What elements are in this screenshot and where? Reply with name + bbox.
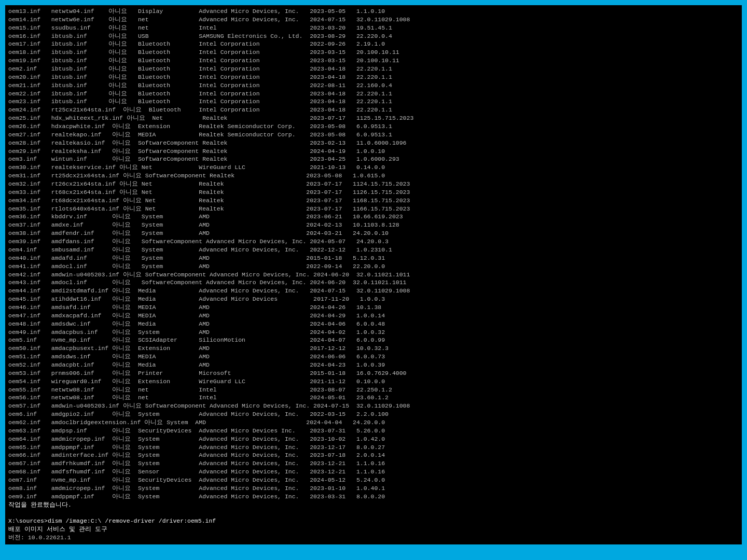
table-row: oem67.inf amdfrhkumdf.inf 아니요 System Adv… [8, 459, 739, 468]
table-row: oem63.inf amdpsp.inf 아니요 SecurityDevices… [8, 427, 739, 435]
table-row: oem48.inf amdsdwc.inf 아니요 Media AMD 2024… [8, 320, 739, 328]
table-row: oem37.inf amdxe.inf 아니요 System AMD 2024-… [8, 221, 739, 229]
table-row: oem28.inf realtekasio.inf 아니요 SoftwareCo… [8, 139, 739, 147]
table-row: oem44.inf amdi2stdmafd.inf 아니요 Media Adv… [8, 287, 739, 295]
table-row: oem25.inf hdx_whiteext_rtk.inf 아니요 Net R… [8, 114, 739, 122]
table-row: oem15.inf ssudbus.inf 아니요 net Intel 2023… [8, 24, 739, 32]
table-row: oem52.inf amdacpbt.inf 아니요 Media AMD 202… [8, 361, 739, 369]
table-row: oem39.inf amdfdans.inf 아니요 SoftwareCompo… [8, 237, 739, 246]
table-row: oem34.inf rt68dcx21x64sta.inf 아니요 Net Re… [8, 197, 739, 205]
table-row: oem62.inf amdoclbridgeextension.inf 아니요 … [8, 418, 739, 427]
table-row: oem43.inf amdocl.inf 아니요 SoftwareCompone… [8, 278, 739, 287]
table-row: oem66.inf amdinterface.inf 아니요 System Ad… [8, 451, 739, 459]
table-row: oem31.inf rt25dcx21x64sta.inf 아니요 Softwa… [8, 172, 739, 180]
table-row: oem4.inf smbusamd.inf 아니요 System Advance… [8, 246, 739, 254]
table-row: oem36.inf kbddrv.inf 아니요 System AMD 2023… [8, 213, 739, 221]
table-row: oem38.inf amdfendr.inf 아니요 System AMD 20… [8, 229, 739, 237]
table-row: oem33.inf rt68cx21x64sta.inf 아니요 Net Rea… [8, 188, 739, 197]
dism-header: 배포 이미지 서비스 및 관리 도구 [8, 525, 739, 534]
table-row: oem16.inf ibtusb.inf 아니요 USB SAMSUNG Ele… [8, 32, 739, 40]
table-row: oem57.inf amdwin-u0405203.inf 아니요 Softwa… [8, 402, 739, 410]
table-row: oem53.inf prnms006.inf 아니요 Printer Micro… [8, 369, 739, 377]
table-row: oem46.inf amdsafd.inf 아니요 MEDIA AMD 2024… [8, 303, 739, 312]
table-row: oem29.inf realteksha.inf 아니요 SoftwareCom… [8, 147, 739, 156]
table-row: oem3.inf wintun.inf 아니요 SoftwareComponen… [8, 155, 739, 163]
command-line: X:\sources>dism /image:C:\ /remove-drive… [8, 517, 739, 525]
table-row: oem64.inf amdmicropep.inf 아니요 System Adv… [8, 435, 739, 443]
table-row: oem24.inf rt25cx21x64sta.inf 아니요 Bluetoo… [8, 106, 739, 114]
table-row: oem50.inf amdacpbusext.inf 아니요 Extension… [8, 344, 739, 353]
table-row: oem14.inf netwtw6e.inf 아니요 net Advanced … [8, 16, 739, 24]
table-row: oem65.inf amdppmpf.inf 아니요 System Advanc… [8, 443, 739, 452]
table-row: oem47.inf amdxacpafd.inf 아니요 MEDIA AMD 2… [8, 312, 739, 320]
terminal-window: oem13.inf netwtw04.inf 아니요 Display Advan… [5, 5, 742, 544]
table-row: oem21.inf ibtusb.inf 아니요 Bluetooth Intel… [8, 81, 739, 90]
table-row: oem2.inf ibtusb.inf 아니요 Bluetooth Intel … [8, 65, 739, 73]
table-row: oem45.inf atihddwt16.inf 아니요 Media Advan… [8, 295, 739, 303]
table-row: oem6.inf amdgpio2.inf 아니요 System Advance… [8, 410, 739, 418]
table-row: oem51.inf amdsdws.inf 아니요 MEDIA AMD 2024… [8, 353, 739, 361]
table-row: oem55.inf netwtw08.inf 아니요 net Intel 202… [8, 386, 739, 394]
table-row: oem27.inf realtekapo.inf 아니요 MEDIA Realt… [8, 131, 739, 139]
table-row: oem49.inf amdacpbus.inf 아니요 System AMD 2… [8, 328, 739, 337]
table-row: oem13.inf netwtw04.inf 아니요 Display Advan… [8, 7, 739, 16]
table-row: oem26.inf hdxacpwhite.inf 아니요 Extension … [8, 122, 739, 131]
terminal-output: oem13.inf netwtw04.inf 아니요 Display Advan… [8, 7, 739, 544]
table-row: oem20.inf ibtusb.inf 아니요 Bluetooth Intel… [8, 73, 739, 81]
table-row: oem8.inf amdmicropep.inf 아니요 System Adva… [8, 484, 739, 493]
table-row: oem35.inf rtlots640x64sta.inf 아니요 Net Re… [8, 205, 739, 213]
status-line: 작업을 완료했습니다. [8, 501, 739, 509]
table-row: oem41.inf amdocl.inf 아니요 System AMD 2022… [8, 262, 739, 271]
table-row: oem9.inf amdppmpf.inf 아니요 System Advance… [8, 493, 739, 501]
table-row: oem19.inf ibtusb.inf 아니요 Bluetooth Intel… [8, 57, 739, 65]
table-row: oem7.inf nvme_mp.inf 아니요 SecurityDevices… [8, 476, 739, 484]
table-row: oem32.inf rt26cx21x64sta.inf 아니요 Net Rea… [8, 180, 739, 188]
blank [8, 509, 739, 517]
table-row: oem68.inf amdfsfhumdf.inf 아니요 Sensor Adv… [8, 468, 739, 476]
table-row: oem40.inf amdafd.inf 아니요 System AMD 2015… [8, 254, 739, 262]
table-row: oem56.inf netwtw08.inf 아니요 net Intel 202… [8, 394, 739, 402]
blank [8, 542, 739, 544]
table-row: oem42.inf amdwin-u0405203.inf 아니요 Softwa… [8, 271, 739, 279]
version-line: 버전: 10.0.22621.1 [8, 534, 739, 542]
table-row: oem30.inf realtekservice.inf 아니요 Net Wir… [8, 163, 739, 172]
table-row: oem22.inf ibtusb.inf 아니요 Bluetooth Intel… [8, 90, 739, 98]
table-row: oem5.inf nvme_mp.inf 아니요 SCSIAdapter Sil… [8, 336, 739, 344]
table-row: oem23.inf ibtusb.inf 아니요 Bluetooth Intel… [8, 97, 739, 106]
table-row: oem18.inf ibtusb.inf 아니요 Bluetooth Intel… [8, 48, 739, 57]
table-row: oem54.inf wireguard0.inf 아니요 Extension W… [8, 377, 739, 386]
table-row: oem17.inf ibtusb.inf 아니요 Bluetooth Intel… [8, 40, 739, 48]
